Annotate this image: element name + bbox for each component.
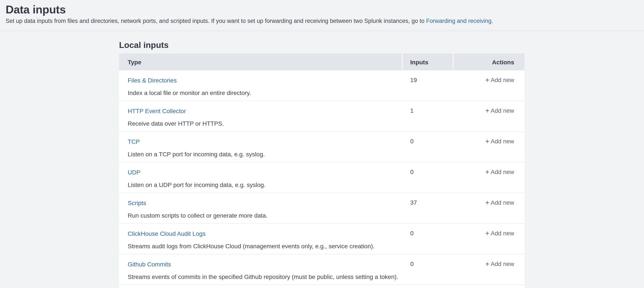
actions-cell: +Add new <box>454 193 524 223</box>
input-type-link[interactable]: ClickHouse Cloud Audit Logs <box>128 230 206 237</box>
add-new-link[interactable]: +Add new <box>485 138 514 145</box>
actions-cell: +Add new <box>454 101 524 131</box>
page-subtitle: Set up data inputs from files and direct… <box>6 17 644 25</box>
add-new-link[interactable]: +Add new <box>485 199 514 206</box>
table-row: HTTP Event CollectorReceive data over HT… <box>119 101 524 132</box>
forwarding-and-receiving-link[interactable]: Forwarding and receiving <box>426 18 492 24</box>
page-title: Data inputs <box>6 3 644 17</box>
subtitle-text: Set up data inputs from files and direct… <box>6 18 426 24</box>
type-cell: TCPListen on a TCP port for incoming dat… <box>119 132 402 162</box>
table-row: ClickHouse Cloud Audit LogsStreams audit… <box>119 224 524 254</box>
plus-icon: + <box>485 76 489 84</box>
inputs-count: 0 <box>403 162 452 193</box>
plus-icon: + <box>485 138 489 145</box>
table-row: UDPListen on a UDP port for incoming dat… <box>119 162 524 193</box>
subtitle-period: . <box>492 18 493 24</box>
actions-cell: +Add new <box>454 70 524 101</box>
actions-cell: +Add new <box>454 162 524 193</box>
add-new-link[interactable]: +Add new <box>485 168 514 176</box>
input-type-description: Streams audit logs from ClickHouse Cloud… <box>128 243 402 250</box>
add-new-link[interactable]: +Add new <box>485 260 514 268</box>
plus-icon: + <box>485 199 489 206</box>
inputs-count: 1 <box>403 101 452 131</box>
type-cell: ScriptsRun custom scripts to collect or … <box>119 193 402 223</box>
input-type-description: Receive data over HTTP or HTTPS. <box>128 120 402 127</box>
plus-icon: + <box>485 107 489 114</box>
input-type-description: Index a local file or monitor an entire … <box>128 89 402 97</box>
inputs-count: 0 <box>403 132 452 162</box>
input-type-description: Listen on a TCP port for incoming data, … <box>128 151 402 158</box>
plus-icon: + <box>485 168 489 176</box>
type-cell: HTTP Event CollectorReceive data over HT… <box>119 101 402 131</box>
inputs-count: 19 <box>403 70 452 101</box>
inputs-count: 0 <box>403 254 452 284</box>
page: Data inputs Set up data inputs from file… <box>0 0 644 288</box>
table-header-row: Type Inputs Actions <box>119 54 524 70</box>
table-row: TCPListen on a TCP port for incoming dat… <box>119 132 524 162</box>
input-type-link[interactable]: HTTP Event Collector <box>128 108 186 115</box>
local-inputs-heading: Local inputs <box>119 40 644 50</box>
input-type-description: Streams events of commits in the specifi… <box>128 273 402 281</box>
input-type-link[interactable]: Files & Directories <box>128 77 177 84</box>
input-type-link[interactable]: UDP <box>128 169 140 176</box>
actions-cell: +Add new <box>454 224 524 254</box>
plus-icon: + <box>485 230 489 237</box>
actions-cell: +Add new <box>454 132 524 162</box>
inputs-count: 37 <box>403 193 452 223</box>
local-inputs-table: Type Inputs Actions Files & DirectoriesI… <box>119 54 524 288</box>
plus-icon: + <box>485 260 489 268</box>
table-row: Github CommitsStreams events of commits … <box>119 254 524 285</box>
input-type-link[interactable]: TCP <box>128 138 140 146</box>
column-header-inputs: Inputs <box>403 54 452 70</box>
table-row: ScriptsRun custom scripts to collect or … <box>119 193 524 224</box>
input-type-description: Listen on a UDP port for incoming data, … <box>128 181 402 189</box>
page-header: Data inputs Set up data inputs from file… <box>0 0 644 31</box>
type-cell: Files & DirectoriesIndex a local file or… <box>119 70 402 101</box>
add-new-link[interactable]: +Add new <box>485 230 514 237</box>
partial-next-row <box>119 285 524 288</box>
content-area: Local inputs Type Inputs Actions Files &… <box>0 40 644 288</box>
type-cell: UDPListen on a UDP port for incoming dat… <box>119 162 402 193</box>
table-body: Files & DirectoriesIndex a local file or… <box>119 70 524 285</box>
table-row: Files & DirectoriesIndex a local file or… <box>119 70 524 101</box>
add-new-link[interactable]: +Add new <box>485 107 514 114</box>
column-header-actions: Actions <box>454 54 524 70</box>
add-new-link[interactable]: +Add new <box>485 76 514 84</box>
type-cell: Github CommitsStreams events of commits … <box>119 254 402 284</box>
input-type-description: Run custom scripts to collect or generat… <box>128 212 402 219</box>
input-type-link[interactable]: Scripts <box>128 199 146 207</box>
input-type-link[interactable]: Github Commits <box>128 261 171 268</box>
actions-cell: +Add new <box>454 254 524 284</box>
column-header-type: Type <box>119 54 402 70</box>
inputs-count: 0 <box>403 224 452 254</box>
type-cell: ClickHouse Cloud Audit LogsStreams audit… <box>119 224 402 254</box>
